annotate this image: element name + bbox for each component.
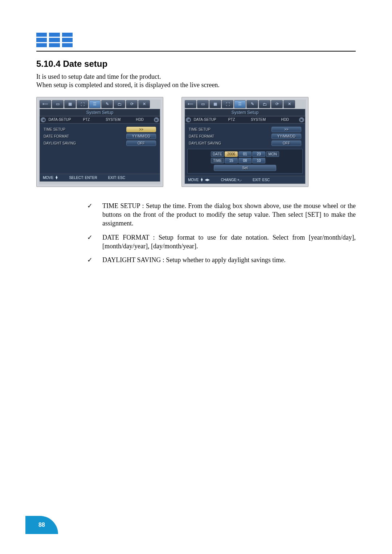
arrow-leftright-icon: ◀▶ — [205, 178, 210, 182]
tool-icon[interactable]: ⟳ — [126, 100, 138, 108]
manual-page: 5.10.4 Date setup It is used to setup da… — [0, 0, 392, 554]
tab-data-setup[interactable]: DATA-SETUP — [192, 117, 219, 122]
row-value[interactable]: YY/MM/DD — [271, 134, 301, 139]
row-label: DAYLIGHT SAVING — [44, 141, 76, 145]
row-label: TIME SETUP — [44, 127, 65, 131]
tool-icon[interactable]: ⛶ — [222, 100, 233, 108]
intro-paragraph: It is used to setup date and time for th… — [36, 73, 356, 90]
row-time-setup[interactable]: TIME SETUP >> — [42, 126, 158, 133]
screenshot-left: ⟵ ▭ ▦ ⛶ ☰ ✎ 🗀 ⟳ ✕ System Setup ◀ DATA-SE… — [36, 97, 163, 187]
row-value[interactable]: OFF — [271, 140, 301, 146]
arrow-updown-icon: ▲▼ — [55, 176, 58, 180]
date-month[interactable]: 01 — [238, 151, 252, 157]
tab-hdd[interactable]: HDD — [127, 117, 154, 122]
screenshot-right: ⟵ ▭ ▦ ⛶ ☰ ✎ 🗀 ⟳ ✕ System Setup ◀ DATA-SE… — [181, 97, 309, 187]
row-value[interactable]: OFF — [126, 140, 156, 146]
footer-exit: EXIT: ESC — [253, 178, 270, 182]
row-time-setup[interactable]: TIME SETUP >> — [187, 126, 303, 133]
tool-icon[interactable]: ⟵ — [185, 100, 196, 108]
tool-icon[interactable]: ⟳ — [271, 100, 283, 108]
tool-icon[interactable]: ⟵ — [40, 100, 51, 108]
date-day[interactable]: 23 — [252, 151, 265, 157]
time-second[interactable]: 10 — [252, 158, 265, 163]
row-date-format[interactable]: DATE FORMAT YY/MM/DD — [187, 133, 303, 140]
tab-ptz[interactable]: PTZ — [73, 117, 100, 122]
section-heading: 5.10.4 Date setup — [36, 59, 356, 69]
arrow-updown-icon: ▲▼ — [200, 178, 203, 182]
date-tag: DATE — [211, 151, 224, 157]
footer-bar: MOVE ▲▼ SELECT: ENTER EXIT: ESC — [40, 174, 160, 182]
header-rule — [36, 51, 356, 52]
tool-icon[interactable]: 🗀 — [114, 100, 125, 108]
tab-system[interactable]: SYSTEM — [245, 117, 272, 122]
tab-ptz[interactable]: PTZ — [219, 117, 245, 122]
footer-bar: MOVE ▲▼ ◀▶ CHANGE:+,- EXIT: ESC — [185, 176, 305, 184]
tool-icon[interactable]: 🗀 — [259, 100, 270, 108]
row-label: DAYLIGHT SAVING — [189, 141, 221, 145]
footer-exit: EXIT: ESC — [108, 176, 125, 180]
time-row: TIME 15 08 10 . — [189, 158, 301, 163]
tool-icon[interactable]: ⛶ — [77, 100, 88, 108]
tab-system[interactable]: SYSTEM — [100, 117, 127, 122]
time-minute[interactable]: 08 — [238, 158, 252, 163]
footer-move: MOVE ▲▼ ◀▶ — [188, 178, 210, 182]
row-daylight-saving[interactable]: DAYLIGHT SAVING OFF — [42, 140, 158, 147]
row-date-format[interactable]: DATE FORMAT YY/MM/DD — [42, 133, 158, 140]
window-title: System Setup — [40, 109, 160, 116]
brand-logo — [36, 33, 73, 47]
menu-body: TIME SETUP >> DATE FORMAT YY/MM/DD DAYLI… — [185, 123, 305, 176]
date-year[interactable]: 2006 — [225, 151, 238, 157]
tool-icon[interactable]: ▦ — [209, 100, 221, 108]
tool-icon[interactable]: ▦ — [64, 100, 76, 108]
tool-icon[interactable]: ▭ — [197, 100, 209, 108]
tab-prev-icon[interactable]: ◀ — [186, 117, 191, 122]
footer-move-label: MOVE — [188, 178, 199, 182]
bullet-list: TIME SETUP : Setup the time. From the di… — [73, 201, 356, 265]
footer-move-label: MOVE — [43, 176, 53, 180]
toolbar: ⟵ ▭ ▦ ⛶ ☰ ✎ 🗀 ⟳ ✕ — [40, 100, 160, 108]
bullet-time-setup: TIME SETUP : Setup the time. From the di… — [87, 201, 356, 228]
footer-select: SELECT: ENTER — [69, 176, 97, 180]
tab-bar: ◀ DATA-SETUP PTZ SYSTEM HDD ▶ — [40, 116, 160, 123]
tab-hdd[interactable]: HDD — [272, 117, 299, 122]
page-number: 88 — [38, 522, 45, 528]
tool-icon[interactable]: ▭ — [52, 100, 64, 108]
row-label: DATE FORMAT — [189, 134, 214, 138]
tool-icon[interactable]: ✎ — [101, 100, 113, 108]
close-icon[interactable]: ✕ — [138, 100, 150, 108]
menu-body: TIME SETUP >> DATE FORMAT YY/MM/DD DAYLI… — [40, 123, 160, 174]
row-value[interactable]: >> — [271, 127, 301, 132]
row-daylight-saving[interactable]: DAYLIGHT SAVING OFF — [187, 140, 303, 147]
tab-next-icon[interactable]: ▶ — [299, 117, 304, 122]
tool-icon[interactable]: ✎ — [246, 100, 258, 108]
tab-data-setup[interactable]: DATA-SETUP — [46, 117, 73, 122]
set-button[interactable]: Set — [214, 165, 276, 171]
bullet-daylight-saving: DAYLIGHT SAVING : Setup whether to apply… — [87, 256, 356, 264]
screenshot-row: ⟵ ▭ ▦ ⛶ ☰ ✎ 🗀 ⟳ ✕ System Setup ◀ DATA-SE… — [36, 97, 356, 187]
footer-change: CHANGE:+,- — [221, 178, 242, 182]
row-value[interactable]: >> — [126, 127, 156, 132]
tab-bar: ◀ DATA-SETUP PTZ SYSTEM HDD ▶ — [185, 116, 305, 123]
bullet-date-format: DATE FORMAT : Setup format to use for da… — [87, 233, 356, 251]
intro-line-1: It is used to setup date and time for th… — [36, 73, 161, 80]
tab-next-icon[interactable]: ▶ — [154, 117, 159, 122]
footer-move: MOVE ▲▼ — [43, 176, 58, 180]
row-value[interactable]: YY/MM/DD — [126, 134, 156, 139]
toolbar: ⟵ ▭ ▦ ⛶ ☰ ✎ 🗀 ⟳ ✕ — [185, 100, 305, 108]
time-hour[interactable]: 15 — [225, 158, 238, 163]
tool-icon[interactable]: ☰ — [89, 100, 101, 108]
close-icon[interactable]: ✕ — [283, 100, 295, 108]
tab-prev-icon[interactable]: ◀ — [41, 117, 46, 122]
tool-icon[interactable]: ☰ — [234, 100, 246, 108]
row-label: DATE FORMAT — [44, 134, 69, 138]
date-row: DATE 2006 01 23 MON — [189, 151, 301, 157]
datetime-panel: DATE 2006 01 23 MON TIME 15 08 10 . Set — [187, 149, 303, 174]
row-label: TIME SETUP — [189, 127, 211, 131]
page-number-badge: 88 — [25, 516, 58, 534]
time-tag: TIME — [211, 158, 224, 163]
window-title: System Setup — [185, 109, 305, 116]
date-dow: MON — [266, 151, 279, 157]
intro-line-2: When setup is completed and stored, it i… — [36, 81, 220, 89]
